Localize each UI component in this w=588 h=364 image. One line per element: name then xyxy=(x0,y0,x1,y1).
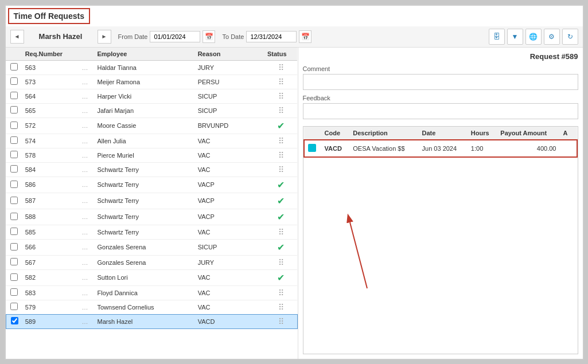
ellipsis-btn[interactable]: … xyxy=(80,162,95,177)
status-cell: ⠿ xyxy=(265,60,297,75)
status-cell: ✔ xyxy=(265,193,297,209)
row-checkbox[interactable] xyxy=(10,243,18,251)
ellipsis-btn[interactable]: … xyxy=(80,193,95,209)
row-checkbox[interactable] xyxy=(10,258,18,265)
row-checkbox[interactable] xyxy=(10,92,18,99)
row-checkbox[interactable] xyxy=(10,63,18,71)
row-checkbox[interactable] xyxy=(10,228,18,235)
row-checkbox[interactable] xyxy=(10,122,18,129)
filter-icon-btn[interactable]: ▼ xyxy=(507,29,523,45)
table-row[interactable]: 567 … Gonzales Serena JURY ⠿ xyxy=(6,255,297,269)
table-row[interactable]: 585 … Schwartz Terry VAC ⠿ xyxy=(6,225,297,239)
table-row[interactable]: 588 … Schwartz Terry VACP ✔ xyxy=(6,209,297,225)
col-status: Status xyxy=(265,48,297,61)
status-cell: ✔ xyxy=(265,177,297,193)
from-date-input[interactable] xyxy=(150,31,200,42)
to-date-group: To Date 📅 xyxy=(222,30,311,43)
to-date-input[interactable] xyxy=(246,31,297,42)
settings-icon-btn[interactable]: ⚙ xyxy=(544,29,560,45)
table-row[interactable]: 572 … Moore Cassie BRVUNPD ✔ xyxy=(6,118,297,134)
next-button[interactable]: ► xyxy=(98,30,111,44)
from-date-label: From Date xyxy=(118,33,148,40)
ellipsis-btn[interactable]: … xyxy=(80,103,95,118)
status-pending-icon: ⠿ xyxy=(278,136,284,146)
from-date-calendar-icon[interactable]: 📅 xyxy=(203,30,215,43)
row-checkbox[interactable] xyxy=(10,151,18,158)
prev-button[interactable]: ◄ xyxy=(10,30,24,44)
row-checkbox[interactable] xyxy=(10,77,18,85)
row-checkbox[interactable] xyxy=(10,106,18,113)
req-number-cell: 567 xyxy=(23,255,80,269)
employee-cell: Floyd Dannica xyxy=(95,285,195,300)
table-row[interactable]: 578 … Pierce Muriel VAC ⠿ xyxy=(6,148,297,162)
row-checkbox-cell xyxy=(6,148,23,162)
row-checkbox[interactable] xyxy=(10,288,18,296)
row-checkbox[interactable] xyxy=(10,197,18,204)
reason-cell: JURY xyxy=(196,60,265,75)
row-checkbox[interactable] xyxy=(10,303,18,310)
ellipsis-btn[interactable]: … xyxy=(80,177,95,193)
ellipsis-btn[interactable]: … xyxy=(80,209,95,225)
row-checkbox[interactable] xyxy=(11,317,18,324)
table-row[interactable]: 583 … Floyd Dannica VAC ⠿ xyxy=(6,285,297,300)
table-row[interactable]: 579 … Townsend Cornelius VAC ⠿ xyxy=(6,300,297,314)
status-cell: ⠿ xyxy=(265,162,297,177)
comment-input[interactable] xyxy=(303,74,578,90)
ellipsis-btn[interactable]: … xyxy=(80,148,95,162)
table-row[interactable]: 573 … Meijer Ramona PERSU ⠿ xyxy=(6,75,297,89)
detail-payout-cell: 400.00 xyxy=(497,140,559,157)
detail-table-container: Code Description Date Hours Payout Amoun… xyxy=(303,126,578,354)
table-row[interactable]: 587 … Schwartz Terry VACP ✔ xyxy=(6,193,297,209)
table-row[interactable]: 586 … Schwartz Terry VACP ✔ xyxy=(6,177,297,193)
right-panel: Request #589 Comment Feedback Code xyxy=(298,48,583,359)
to-date-calendar-icon[interactable]: 📅 xyxy=(299,30,311,43)
ellipsis-btn[interactable]: … xyxy=(80,134,95,148)
ellipsis-btn[interactable]: … xyxy=(80,89,95,103)
ellipsis-btn[interactable]: … xyxy=(80,118,95,134)
ellipsis-btn[interactable]: … xyxy=(80,269,95,285)
row-checkbox-cell xyxy=(6,103,23,118)
ellipsis-btn[interactable]: … xyxy=(80,255,95,269)
status-cell: ⠿ xyxy=(265,285,297,300)
ellipsis-btn[interactable]: … xyxy=(80,300,95,314)
feedback-input[interactable] xyxy=(303,103,578,119)
reason-cell: VAC xyxy=(196,134,265,148)
share-icon-btn[interactable]: 🌐 xyxy=(525,29,542,45)
row-checkbox[interactable] xyxy=(10,136,18,144)
status-approved-icon: ✔ xyxy=(277,242,285,252)
status-approved-icon: ✔ xyxy=(277,180,285,190)
reason-cell: PERSU xyxy=(196,75,265,89)
table-row[interactable]: 566 … Gonzales Serena SICUP ✔ xyxy=(6,239,297,255)
table-row[interactable]: 565 … Jafari Marjan SICUP ⠿ xyxy=(6,103,297,118)
table-row[interactable]: 584 … Schwartz Terry VAC ⠿ xyxy=(6,162,297,177)
detail-table-row[interactable]: VACD OESA Vacation $$ Jun 03 2024 1:00 4… xyxy=(304,140,577,157)
ellipsis-btn[interactable]: … xyxy=(80,60,95,75)
refresh-icon-btn[interactable]: ↻ xyxy=(562,29,578,45)
table-row[interactable]: 564 … Harper Vicki SICUP ⠿ xyxy=(6,89,297,103)
status-pending-icon: ⠿ xyxy=(278,228,284,237)
ellipsis-btn[interactable]: … xyxy=(80,239,95,255)
status-pending-icon: ⠿ xyxy=(278,63,284,72)
row-checkbox[interactable] xyxy=(10,181,18,188)
ellipsis-btn[interactable]: … xyxy=(80,225,95,239)
status-cell: ⠿ xyxy=(265,225,297,239)
req-number-cell: 564 xyxy=(23,89,80,103)
status-cell: ⠿ xyxy=(265,89,297,103)
database-icon-btn[interactable]: 🗄 xyxy=(489,29,505,45)
reason-cell: SICUP xyxy=(196,103,265,118)
row-checkbox[interactable] xyxy=(10,165,18,173)
table-row[interactable]: 589 … Marsh Hazel VACD ⠿ xyxy=(6,314,297,328)
requests-table-container[interactable]: Req.Number Employee Reason Status 563 … … xyxy=(6,48,298,359)
ellipsis-btn[interactable]: … xyxy=(80,314,95,328)
detail-color-box xyxy=(308,144,316,152)
ellipsis-btn[interactable]: … xyxy=(80,75,95,89)
ellipsis-btn[interactable]: … xyxy=(80,285,95,300)
table-row[interactable]: 574 … Allen Julia VAC ⠿ xyxy=(6,134,297,148)
table-row[interactable]: 563 … Haldar Tianna JURY ⠿ xyxy=(6,60,297,75)
table-row[interactable]: 582 … Sutton Lori VAC ✔ xyxy=(6,269,297,285)
row-checkbox-cell xyxy=(6,255,23,269)
row-checkbox[interactable] xyxy=(10,273,18,281)
row-checkbox[interactable] xyxy=(10,213,18,220)
reason-cell: VACD xyxy=(196,314,265,328)
employee-cell: Schwartz Terry xyxy=(95,225,195,239)
